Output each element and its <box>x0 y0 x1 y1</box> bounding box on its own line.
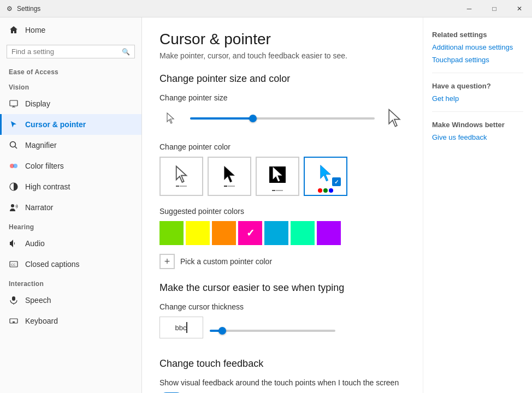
sidebar: Home 🔍 Ease of Access Vision Display Cur… <box>0 17 142 393</box>
magnifier-icon <box>9 140 19 150</box>
svg-point-6 <box>11 204 14 207</box>
swatch-mint[interactable] <box>291 221 315 245</box>
titlebar-title: Settings <box>17 5 40 13</box>
sidebar-item-color-filters[interactable]: Color filters <box>0 156 141 176</box>
color-option-black[interactable] <box>208 157 251 196</box>
section2-title: Make the cursor easier to see when typin… <box>159 282 405 294</box>
maximize-button[interactable]: □ <box>482 0 507 17</box>
cursor-thickness-slider[interactable] <box>210 324 335 337</box>
cursor-icon <box>9 120 19 129</box>
section3-title: Change touch feedback <box>159 358 405 370</box>
page-subtitle: Make pointer, cursor, and touch feedback… <box>159 51 405 60</box>
cursor-thickness-label: Change cursor thickness <box>159 302 405 311</box>
color-option-white[interactable] <box>159 157 203 196</box>
color-option-custom[interactable]: ✓ <box>304 157 347 196</box>
pointer-color-options: ✓ <box>159 157 405 196</box>
slider-fill <box>190 117 253 120</box>
sidebar-item-magnifier[interactable]: Magnifier <box>0 135 141 156</box>
closed-captions-icon: CC <box>9 259 19 269</box>
pointer-size-row <box>159 108 405 129</box>
vision-category: Vision <box>0 78 141 93</box>
interaction-category: Interaction <box>0 275 141 290</box>
sidebar-item-audio[interactable]: Audio <box>0 233 141 254</box>
pointer-color-label: Change pointer color <box>159 142 405 151</box>
slider-thumb[interactable] <box>249 115 257 122</box>
sidebar-item-narrator[interactable]: Narrator <box>0 197 141 218</box>
sidebar-item-home[interactable]: Home <box>0 17 141 43</box>
high-contrast-icon <box>9 182 19 192</box>
get-help-link[interactable]: Get help <box>432 94 523 103</box>
touchpad-settings-link[interactable]: Touchpad settings <box>432 56 523 64</box>
svg-rect-19 <box>272 190 275 191</box>
cursor-preview: bbc <box>159 317 203 338</box>
display-icon <box>9 99 19 109</box>
cursor-thickness-row: bbc <box>159 317 405 345</box>
sidebar-item-keyboard[interactable]: Keyboard <box>0 311 141 331</box>
titlebar-left: ⚙ Settings <box>7 5 40 13</box>
swatch-orange[interactable] <box>212 221 236 245</box>
section1-title: Change pointer size and color <box>159 73 405 85</box>
page-title: Cursor & pointer <box>159 31 405 48</box>
home-label: Home <box>25 26 45 34</box>
svg-rect-0 <box>10 100 17 106</box>
svg-rect-15 <box>176 186 179 187</box>
pointer-size-slider[interactable] <box>190 112 375 125</box>
swatch-purple[interactable] <box>317 221 341 245</box>
display-label: Display <box>25 99 50 108</box>
cursor-caret <box>186 322 187 333</box>
sidebar-item-display[interactable]: Display <box>0 93 141 114</box>
color-option-inverted[interactable] <box>256 157 299 196</box>
sidebar-item-cursor-pointer[interactable]: Cursor & pointer <box>0 114 141 135</box>
color-filters-label: Color filters <box>25 162 64 170</box>
ease-of-access-label: Ease of Access <box>0 63 141 78</box>
hearing-category: Hearing <box>0 218 141 233</box>
color-filters-icon <box>9 161 19 171</box>
small-pointer-preview <box>159 108 181 129</box>
pick-custom-color[interactable]: + Pick a custom pointer color <box>159 254 405 269</box>
have-a-question-title: Have a question? <box>432 82 523 90</box>
sidebar-item-speech[interactable]: Speech <box>0 290 141 311</box>
sidebar-item-closed-captions[interactable]: CC Closed captions <box>0 254 141 275</box>
svg-text:CC: CC <box>11 263 16 266</box>
svg-rect-20 <box>276 190 283 191</box>
additional-mouse-settings-link[interactable]: Additional mouse settings <box>432 43 523 51</box>
swatch-yellow[interactable] <box>186 221 210 245</box>
search-input[interactable] <box>11 47 122 56</box>
minimize-button[interactable]: ─ <box>457 0 482 17</box>
svg-point-1 <box>10 142 16 147</box>
pick-custom-label: Pick a custom pointer color <box>180 257 272 266</box>
svg-point-4 <box>13 164 17 168</box>
keyboard-label: Keyboard <box>25 317 58 325</box>
close-button[interactable]: ✕ <box>507 0 532 17</box>
plus-icon: + <box>159 254 175 269</box>
speech-label: Speech <box>25 296 51 305</box>
give-feedback-link[interactable]: Give us feedback <box>432 133 523 141</box>
svg-rect-18 <box>228 186 235 187</box>
swatch-cyan[interactable] <box>264 221 288 245</box>
swatch-green-yellow[interactable] <box>159 221 184 245</box>
settings-icon: ⚙ <box>7 5 13 13</box>
swatch-hot-pink[interactable]: ✓ <box>238 221 262 245</box>
slider-track <box>190 117 375 120</box>
narrator-icon <box>9 203 19 212</box>
large-pointer-preview <box>383 108 405 129</box>
search-icon: 🔍 <box>122 48 130 56</box>
make-windows-better-title: Make Windows better <box>432 121 523 129</box>
cursor-preview-text: bbc <box>175 324 187 332</box>
right-panel-divider1 <box>432 73 523 73</box>
thickness-slider-thumb[interactable] <box>218 327 226 335</box>
keyboard-icon <box>9 316 19 326</box>
titlebar: ⚙ Settings ─ □ ✕ <box>0 0 532 17</box>
magnifier-label: Magnifier <box>25 141 57 150</box>
sidebar-item-high-contrast[interactable]: High contrast <box>0 176 141 197</box>
right-panel-divider2 <box>432 111 523 112</box>
cursor-pointer-label: Cursor & pointer <box>25 120 86 129</box>
home-icon <box>9 25 19 35</box>
svg-rect-9 <box>12 296 15 301</box>
pointer-size-label: Change pointer size <box>159 93 405 102</box>
speech-icon <box>9 295 19 305</box>
sidebar-search-box[interactable]: 🔍 <box>7 45 135 58</box>
titlebar-controls: ─ □ ✕ <box>457 0 532 17</box>
related-settings-title: Related settings <box>432 31 523 39</box>
closed-captions-label: Closed captions <box>25 260 80 269</box>
